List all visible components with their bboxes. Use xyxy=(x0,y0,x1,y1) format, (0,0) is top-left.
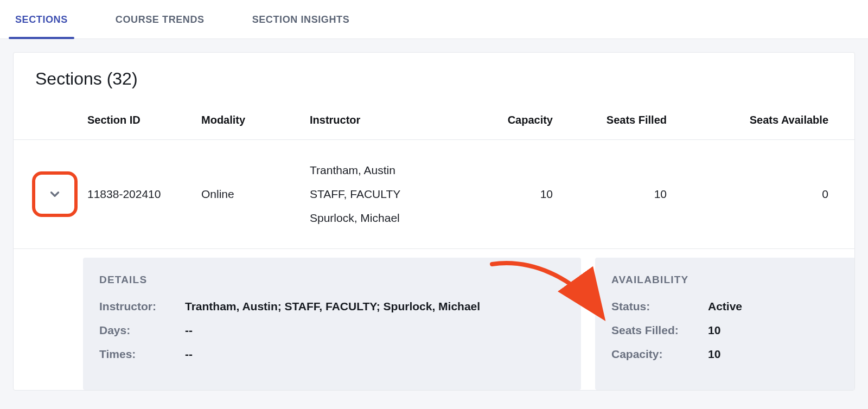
cell-instructor: Trantham, Austin STAFF, FACULTY Spurlock… xyxy=(303,140,488,249)
availability-panel: AVAILABILITY Status: Active Seats Filled… xyxy=(595,258,855,390)
tab-sections[interactable]: SECTIONS xyxy=(13,0,70,39)
page: SECTIONS COURSE TRENDS SECTION INSIGHTS … xyxy=(0,0,868,391)
chevron-down-icon xyxy=(48,187,62,201)
card-title: Sections (32) xyxy=(14,53,854,103)
sections-card: Sections (32) Section ID Modality Instru… xyxy=(13,52,855,391)
detail-times-label: Times: xyxy=(99,348,175,361)
expand-row-button[interactable] xyxy=(32,171,78,217)
tabs-bar: SECTIONS COURSE TRENDS SECTION INSIGHTS xyxy=(0,0,868,39)
cell-seats-available: 0 xyxy=(699,140,855,249)
detail-instructor-value: Trantham, Austin; STAFF, FACULTY; Spurlo… xyxy=(185,300,480,313)
detail-days: Days: -- xyxy=(99,324,565,337)
instructor-line: STAFF, FACULTY xyxy=(310,182,481,206)
cell-capacity: 10 xyxy=(488,140,585,249)
instructor-line: Spurlock, Michael xyxy=(310,206,481,230)
availability-heading: AVAILABILITY xyxy=(611,274,839,286)
availability-status-label: Status: xyxy=(611,300,698,313)
tab-section-insights[interactable]: SECTION INSIGHTS xyxy=(250,0,352,39)
availability-status-value: Active xyxy=(708,300,742,313)
detail-instructor: Instructor: Trantham, Austin; STAFF, FAC… xyxy=(99,300,565,313)
availability-status: Status: Active xyxy=(611,300,839,313)
col-section-id[interactable]: Section ID xyxy=(81,103,195,140)
col-seats-available[interactable]: Seats Available xyxy=(699,103,855,140)
col-modality[interactable]: Modality xyxy=(195,103,303,140)
instructor-line: Trantham, Austin xyxy=(310,158,481,182)
sections-table: Section ID Modality Instructor Capacity … xyxy=(14,103,855,390)
availability-capacity-label: Capacity: xyxy=(611,348,698,361)
availability-seats-filled-label: Seats Filled: xyxy=(611,324,698,337)
availability-seats-filled: Seats Filled: 10 xyxy=(611,324,839,337)
details-panel: DETAILS Instructor: Trantham, Austin; ST… xyxy=(83,258,581,390)
detail-instructor-label: Instructor: xyxy=(99,300,175,313)
details-heading: DETAILS xyxy=(99,274,565,286)
detail-days-value: -- xyxy=(185,324,193,337)
col-seats-filled[interactable]: Seats Filled xyxy=(585,103,699,140)
col-capacity[interactable]: Capacity xyxy=(488,103,585,140)
tab-course-trends[interactable]: COURSE TRENDS xyxy=(113,0,207,39)
detail-times-value: -- xyxy=(185,348,193,361)
detail-days-label: Days: xyxy=(99,324,175,337)
col-instructor[interactable]: Instructor xyxy=(303,103,488,140)
cell-modality: Online xyxy=(195,140,303,249)
availability-seats-filled-value: 10 xyxy=(708,324,720,337)
table-header-row: Section ID Modality Instructor Capacity … xyxy=(14,103,855,140)
availability-capacity: Capacity: 10 xyxy=(611,348,839,361)
cell-section-id: 11838-202410 xyxy=(81,140,195,249)
availability-capacity-value: 10 xyxy=(708,348,720,361)
cell-seats-filled: 10 xyxy=(585,140,699,249)
expanded-detail-row: DETAILS Instructor: Trantham, Austin; ST… xyxy=(14,249,855,391)
detail-panels: DETAILS Instructor: Trantham, Austin; ST… xyxy=(14,249,855,390)
detail-times: Times: -- xyxy=(99,348,565,361)
table-row: 11838-202410 Online Trantham, Austin STA… xyxy=(14,140,855,249)
